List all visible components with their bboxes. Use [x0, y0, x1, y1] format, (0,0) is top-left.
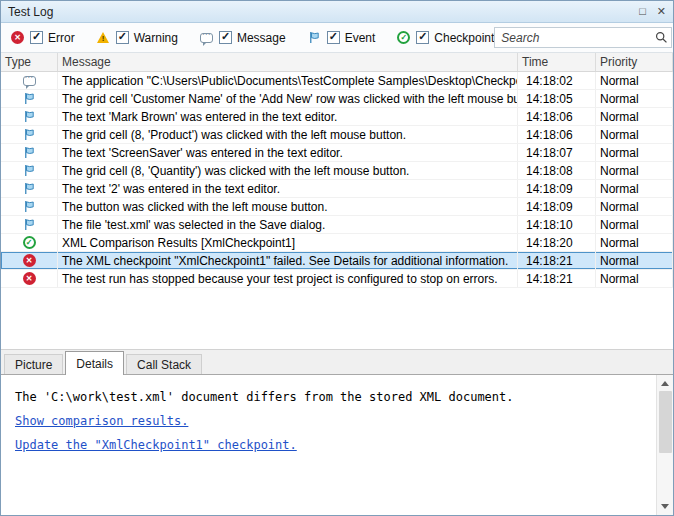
table-row[interactable]: The text '2' was entered in the text edi…	[1, 180, 673, 198]
row-type-cell	[1, 216, 58, 233]
message-icon	[199, 30, 214, 45]
close-button[interactable]: ✕	[657, 6, 666, 17]
row-type-cell: ✓	[1, 234, 58, 251]
row-priority-cell: Normal	[596, 198, 673, 215]
maximize-button[interactable]: □	[639, 6, 646, 17]
details-tabbar: PictureDetailsCall Stack	[1, 349, 673, 374]
row-type-cell	[1, 108, 58, 125]
update-checkpoint-link[interactable]: Update the "XmlCheckpoint1" checkpoint.	[15, 433, 642, 457]
scroll-thumb[interactable]	[659, 391, 672, 453]
table-row[interactable]: The text 'ScreenSaver' was entered in th…	[1, 144, 673, 162]
row-message-cell: The text 'Mark Brown' was entered in the…	[58, 108, 518, 125]
show-comparison-results-link[interactable]: Show comparison results.	[15, 409, 642, 433]
row-time-cell: 14:18:09	[518, 180, 596, 197]
scroll-track[interactable]	[658, 391, 673, 499]
row-message-cell: The button was clicked with the left mou…	[58, 198, 518, 215]
event-icon	[22, 109, 37, 124]
filter-checkbox-error[interactable]	[30, 31, 43, 44]
event-icon	[22, 217, 37, 232]
checkpoint-icon: ✓	[22, 235, 37, 250]
details-links: Show comparison results.Update the "XmlC…	[15, 409, 642, 457]
up-arrow-icon	[661, 381, 669, 386]
filter-label: Message	[237, 31, 286, 45]
error-icon: ✕	[10, 30, 25, 45]
row-priority-cell: Normal	[596, 234, 673, 251]
filter-label: Checkpoint	[434, 31, 494, 45]
search-input[interactable]	[494, 27, 672, 48]
event-icon	[22, 163, 37, 178]
table-row[interactable]: ✕The XML checkpoint "XmlCheckpoint1" fai…	[1, 252, 673, 270]
row-message-cell: The grid cell (8, 'Product') was clicked…	[58, 126, 518, 143]
table-row[interactable]: ✕The test run has stopped because your t…	[1, 270, 673, 288]
filter-checkbox-event[interactable]	[327, 31, 340, 44]
table-row[interactable]: The grid cell 'Customer Name' of the 'Ad…	[1, 90, 673, 108]
filter-checkbox-message[interactable]	[219, 31, 232, 44]
row-message-cell: The text '2' was entered in the text edi…	[58, 180, 518, 197]
row-priority-cell: Normal	[596, 252, 673, 269]
details-scrollbar[interactable]	[656, 375, 673, 515]
row-time-cell: 14:18:21	[518, 270, 596, 287]
row-priority-cell: Normal	[596, 270, 673, 287]
column-header-time[interactable]: Time	[518, 53, 596, 71]
filter-group-checkpoint: ✓Checkpoint	[396, 30, 494, 45]
row-message-cell: The application "C:\Users\Public\Documen…	[58, 72, 518, 89]
row-priority-cell: Normal	[596, 126, 673, 143]
column-header-priority[interactable]: Priority	[596, 53, 673, 71]
checkpoint-icon: ✓	[396, 30, 411, 45]
row-time-cell: 14:18:06	[518, 108, 596, 125]
row-type-cell: ✕	[1, 252, 58, 269]
search-icon	[655, 31, 668, 44]
event-icon	[22, 127, 37, 142]
tab-details[interactable]: Details	[65, 351, 124, 375]
table-row[interactable]: The grid cell (8, 'Quantity') was clicke…	[1, 162, 673, 180]
search-box	[494, 27, 672, 48]
filter-group-event: Event	[307, 30, 376, 45]
table-row[interactable]: The grid cell (8, 'Product') was clicked…	[1, 126, 673, 144]
table-row[interactable]: ✓XML Comparison Results [XmlCheckpoint1]…	[1, 234, 673, 252]
row-priority-cell: Normal	[596, 216, 673, 233]
row-type-cell	[1, 72, 58, 89]
filter-group-error: ✕Error	[10, 30, 75, 45]
filter-label: Error	[48, 31, 75, 45]
tab-picture[interactable]: Picture	[4, 354, 63, 374]
row-message-cell: The grid cell (8, 'Quantity') was clicke…	[58, 162, 518, 179]
filter-group-message: Message	[199, 30, 286, 45]
row-type-cell	[1, 144, 58, 161]
down-arrow-icon	[661, 504, 669, 509]
column-header-type[interactable]: Type	[1, 53, 58, 71]
event-icon	[22, 145, 37, 160]
details-panel: The 'C:\work\test.xml' document differs …	[1, 374, 673, 515]
row-priority-cell: Normal	[596, 108, 673, 125]
scroll-down-button[interactable]	[658, 499, 673, 514]
event-icon	[22, 199, 37, 214]
event-icon	[22, 91, 37, 106]
event-icon	[307, 30, 322, 45]
table-row[interactable]: The button was clicked with the left mou…	[1, 198, 673, 216]
window-controls: □ ✕	[639, 6, 666, 17]
row-priority-cell: Normal	[596, 162, 673, 179]
filter-checkbox-checkpoint[interactable]	[416, 31, 429, 44]
row-message-cell: The file 'test.xml' was selected in the …	[58, 216, 518, 233]
column-header-message[interactable]: Message	[58, 53, 518, 71]
table-row[interactable]: The application "C:\Users\Public\Documen…	[1, 72, 673, 90]
table-row[interactable]: The text 'Mark Brown' was entered in the…	[1, 108, 673, 126]
table-row[interactable]: The file 'test.xml' was selected in the …	[1, 216, 673, 234]
error-icon: ✕	[22, 271, 37, 286]
details-message: The 'C:\work\test.xml' document differs …	[15, 385, 642, 409]
row-priority-cell: Normal	[596, 72, 673, 89]
row-message-cell: The text 'ScreenSaver' was entered in th…	[58, 144, 518, 161]
titlebar: Test Log □ ✕	[1, 1, 673, 23]
row-type-cell	[1, 126, 58, 143]
filter-label: Event	[345, 31, 376, 45]
row-message-cell: The test run has stopped because your te…	[58, 270, 518, 287]
row-time-cell: 14:18:07	[518, 144, 596, 161]
row-type-cell	[1, 180, 58, 197]
filter-checkbox-warning[interactable]	[116, 31, 129, 44]
row-time-cell: 14:18:05	[518, 90, 596, 107]
tab-call-stack[interactable]: Call Stack	[126, 354, 202, 374]
row-time-cell: 14:18:02	[518, 72, 596, 89]
filter-group-list: ✕Error!WarningMessageEvent✓Checkpoint	[10, 30, 494, 45]
row-message-cell: XML Comparison Results [XmlCheckpoint1]	[58, 234, 518, 251]
scroll-up-button[interactable]	[658, 376, 673, 391]
row-type-cell	[1, 90, 58, 107]
